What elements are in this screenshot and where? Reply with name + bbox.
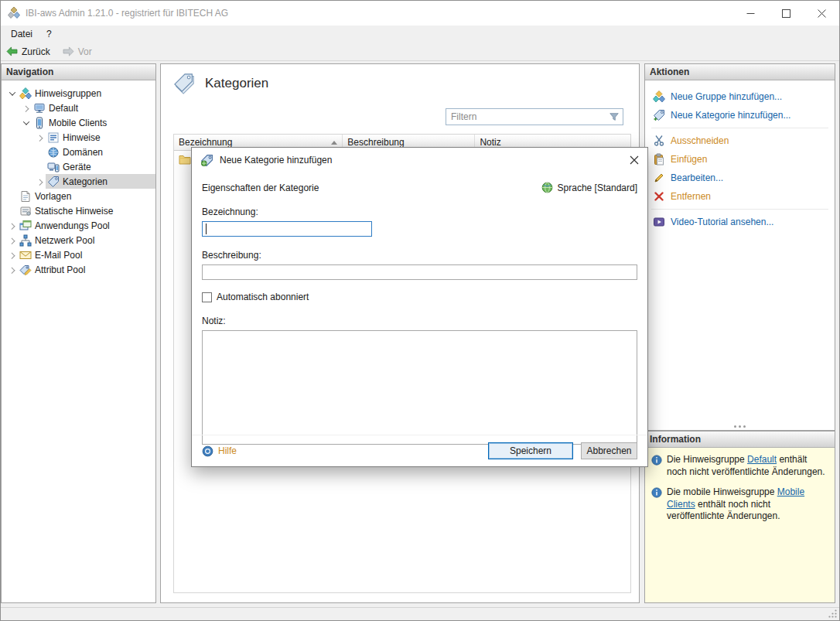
filter-funnel-icon[interactable] [609,111,620,122]
help-link[interactable]: Hilfe [202,445,237,457]
action-cut[interactable]: Ausschneiden [645,131,835,150]
globe-icon [541,182,553,193]
back-button[interactable]: Zurück [6,46,50,57]
sidebar-item-label: Vorlagen [35,191,71,202]
sidebar-item-label: Statische Hinweise [35,206,113,217]
action-video-tutorial[interactable]: Video-Tutorial ansehen... [645,213,835,231]
sidebar-item-default[interactable]: Default [2,101,155,115]
forward-label: Vor [78,46,92,57]
menu-help[interactable]: ? [39,26,59,42]
info-icon [651,487,662,498]
action-new-category[interactable]: Neue Kategorie hinzufügen... [645,106,835,125]
navigation-header: Navigation [2,64,155,80]
cut-icon [653,135,665,147]
filter-input[interactable] [446,108,623,125]
info-note: Die Hinweisgruppe Default enthält noch n… [651,454,828,478]
network-pool-icon [19,234,32,247]
forward-button[interactable]: Vor [63,46,92,57]
chevron-right-icon[interactable] [6,234,18,246]
domains-icon [47,146,60,159]
sidebar-item-label: Anwendungs Pool [35,220,110,231]
paste-icon [653,153,665,165]
dialog-section-label: Eigenschaften der Kategorie [202,183,319,193]
dialog-category-icon [200,154,213,167]
new-category-dialog: Neue Kategorie hinzufügen Eigenschaften … [191,147,648,467]
chevron-down-icon[interactable] [20,117,32,128]
language-selector[interactable]: Sprache [Standard] [541,182,637,193]
auto-subscribe-checkbox[interactable] [202,292,212,302]
sidebar-item-hinweisgruppen[interactable]: Hinweisgruppen [2,86,155,101]
sidebar-item-netzwerk-pool[interactable]: Netzwerk Pool [2,233,155,247]
information-header: Information [645,432,835,448]
sidebar-item-kategorien[interactable]: Kategorien [2,174,155,189]
chevron-right-icon[interactable] [6,249,18,261]
close-icon [818,9,826,18]
menu-datei[interactable]: Datei [4,26,39,42]
panel-splitter[interactable] [645,425,835,428]
chevron-right-icon[interactable] [6,220,18,231]
static-hints-icon [19,205,32,217]
cancel-button[interactable]: Abbrechen [581,442,637,459]
save-button[interactable]: Speichern [488,442,573,459]
sidebar-item-mobile-clients[interactable]: Mobile Clients [2,115,155,130]
chevron-right-icon[interactable] [6,264,18,275]
navigation-tree: Hinweisgruppen Default [2,80,155,277]
resize-grip[interactable] [828,609,838,619]
email-pool-icon [19,249,32,261]
client-group-icon [33,102,46,114]
filter-box [446,108,623,125]
sidebar-item-hinweise[interactable]: Hinweise [2,130,155,145]
no-chevron [34,161,46,172]
templates-icon [19,190,32,203]
sidebar-item-geraete[interactable]: Geräte [2,159,155,174]
sidebar-item-anwendungs-pool[interactable]: Anwendungs Pool [2,218,155,233]
actions-separator [651,209,828,210]
action-delete[interactable]: Entfernen [645,187,835,206]
sidebar-item-email-pool[interactable]: E-Mail Pool [2,247,155,262]
chevron-right-icon[interactable] [34,176,46,187]
close-icon [630,155,639,165]
navigation-panel: Navigation Hinweisgruppen [1,63,156,603]
chevron-right-icon[interactable] [34,131,46,143]
action-paste[interactable]: Einfügen [645,150,835,169]
status-bar [1,607,839,620]
nav-toolbar: Zurück Vor [1,43,839,61]
chevron-down-icon[interactable] [6,87,18,99]
close-button[interactable] [804,1,839,26]
window-title: IBI-aws Admin 1.21.0 - registriert für I… [26,8,228,19]
sidebar-item-vorlagen[interactable]: Vorlagen [2,189,155,203]
application-pool-icon [19,220,32,232]
sidebar-item-attribut-pool[interactable]: Attribut Pool [2,262,155,277]
bezeichnung-input[interactable] [202,221,372,237]
title-bar: IBI-aws Admin 1.21.0 - registriert für I… [1,1,839,26]
minimize-button[interactable] [732,1,768,26]
sidebar-item-label: Attribut Pool [35,264,85,275]
sidebar-item-label: Geräte [63,162,91,172]
beschreibung-input[interactable] [202,264,637,280]
devices-icon [47,161,60,173]
auto-subscribe-label: Automatisch abonniert [217,292,309,302]
app-window: IBI-aws Admin 1.21.0 - registriert für I… [0,0,840,621]
notiz-textarea[interactable] [202,330,637,445]
dialog-close-button[interactable] [621,148,647,172]
categories-header-icon [173,73,196,94]
mobile-group-icon [33,117,46,129]
hint-groups-icon [19,87,32,100]
chevron-right-icon[interactable] [20,102,32,114]
link-default[interactable]: Default [747,454,777,465]
maximize-button[interactable] [768,1,804,26]
new-category-icon [653,109,665,121]
selected-tree-item[interactable]: Kategorien [46,174,155,189]
page-title-row: Kategorien [173,73,268,94]
sidebar-item-label: Hinweisgruppen [35,88,101,99]
menu-bar: Datei ? [1,26,839,43]
categories-icon [47,176,60,188]
sidebar-item-label: Mobile Clients [49,118,107,128]
sidebar-item-statische-hinweise[interactable]: Statische Hinweise [2,203,155,218]
action-edit[interactable]: Bearbeiten... [645,169,835,187]
sidebar-item-label: Domänen [63,147,103,158]
action-new-group[interactable]: Neue Gruppe hinzufügen... [645,87,835,106]
hints-icon [47,131,60,144]
actions-separator [651,128,828,128]
sidebar-item-domaenen[interactable]: Domänen [2,145,155,159]
